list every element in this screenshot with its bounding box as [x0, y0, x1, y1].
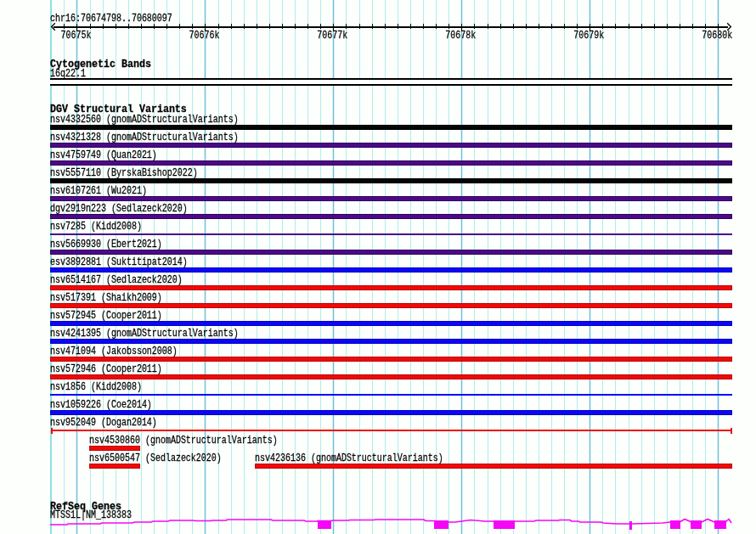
svg-text:16q22.1: 16q22.1 [50, 68, 86, 79]
svg-text:nsv4236136 (gnomADStructuralVa: nsv4236136 (gnomADStructuralVariants) [255, 452, 443, 464]
svg-text:nsv952049 (Dogan2014): nsv952049 (Dogan2014) [50, 417, 157, 428]
svg-text:MTSS1L|NM_138383: MTSS1L|NM_138383 [50, 509, 132, 520]
svg-text:nsv7285 (Kidd2008): nsv7285 (Kidd2008) [50, 221, 142, 232]
svg-text:nsv1059226 (Coe2014): nsv1059226 (Coe2014) [50, 399, 152, 410]
svg-text:70678k: 70678k [445, 30, 476, 41]
svg-text:esv3892881 (Suktitipat2014): esv3892881 (Suktitipat2014) [50, 256, 188, 267]
svg-text:nsv572945 (Cooper2011): nsv572945 (Cooper2011) [50, 310, 162, 321]
svg-text:nsv1856 (Kidd2008): nsv1856 (Kidd2008) [50, 381, 142, 392]
svg-text:nsv6514167 (Sedlazeck2020): nsv6514167 (Sedlazeck2020) [50, 274, 183, 285]
svg-text:nsv4321328 (gnomADStructuralVa: nsv4321328 (gnomADStructuralVariants) [50, 132, 239, 143]
svg-text:nsv4759749 (Quan2021): nsv4759749 (Quan2021) [50, 149, 157, 160]
svg-text:nsv4332560 (gnomADStructuralVa: nsv4332560 (gnomADStructuralVariants) [50, 114, 239, 125]
svg-text:nsv5557110 (ByrskaBishop2022): nsv5557110 (ByrskaBishop2022) [50, 167, 198, 178]
svg-text:70677k: 70677k [317, 30, 347, 41]
svg-text:70680k: 70680k [702, 30, 732, 41]
svg-text:70676k: 70676k [189, 30, 219, 41]
svg-text:dgv2919n223 (Sedlazeck2020): dgv2919n223 (Sedlazeck2020) [50, 203, 188, 214]
svg-text:nsv4530860 (gnomADStructuralVa: nsv4530860 (gnomADStructuralVariants) [89, 435, 278, 446]
svg-text:nsv572946 (Cooper2011): nsv572946 (Cooper2011) [50, 363, 162, 374]
svg-text:70679k: 70679k [573, 30, 604, 41]
svg-text:nsv6500547 (Sedlazeck2020): nsv6500547 (Sedlazeck2020) [89, 452, 222, 464]
svg-text:nsv517391 (Shaikh2009): nsv517391 (Shaikh2009) [50, 292, 162, 303]
svg-text:70675k: 70675k [60, 30, 91, 41]
svg-text:chr16:70674798..70680097: chr16:70674798..70680097 [50, 13, 172, 24]
svg-text:nsv6107261 (Wu2021): nsv6107261 (Wu2021) [50, 185, 147, 196]
svg-text:nsv4241395 (gnomADStructuralVa: nsv4241395 (gnomADStructuralVariants) [50, 328, 239, 339]
svg-text:nsv471094 (Jakobsson2008): nsv471094 (Jakobsson2008) [50, 346, 178, 357]
svg-text:nsv5669930 (Ebert2021): nsv5669930 (Ebert2021) [50, 239, 162, 250]
